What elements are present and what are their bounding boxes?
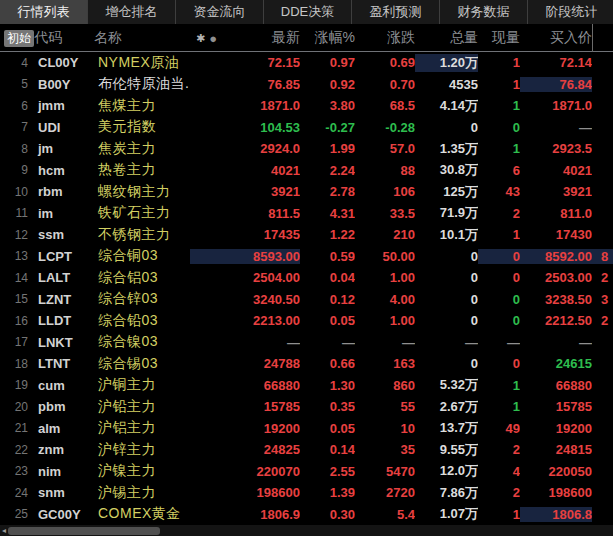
change-cell: 10 [355, 421, 415, 436]
row-number: 14 [0, 271, 34, 285]
init-button[interactable]: 初始 [4, 30, 34, 47]
name-cell: 综合镍03 [94, 333, 190, 351]
scroll-left-arrow-icon[interactable]: ◂ [0, 525, 8, 536]
code-cell: GC00Y [34, 507, 94, 522]
latest-price-cell: 15785 [190, 399, 300, 414]
code-cell: rbm [34, 184, 94, 199]
table-row[interactable]: 8 jm 焦炭主力 2924.0 1.99 57.0 1.35万 1 2923.… [0, 138, 613, 160]
tab-0[interactable]: 行情列表 [0, 0, 88, 24]
row-number: 12 [0, 228, 34, 242]
name-cell: 沪锡主力 [94, 484, 190, 502]
code-cell: im [34, 206, 94, 221]
table-row[interactable]: 20 pbm 沪铅主力 15785 0.35 55 2.67万 1 15785 [0, 396, 613, 418]
tab-5[interactable]: 财务数据 [440, 0, 528, 24]
column-header-current-volume[interactable]: 现量 [478, 29, 520, 47]
market-quotes-window: 行情列表增仓排名资金流向DDE决策盈利预测财务数据阶段统计 初始 代码 名称 最… [0, 0, 613, 536]
code-cell: ssm [34, 227, 94, 242]
tab-1[interactable]: 增仓排名 [88, 0, 176, 24]
change-cell: 55 [355, 399, 415, 414]
change-percent-cell: 0.05 [300, 313, 355, 328]
tab-6[interactable]: 阶段统计 [528, 0, 613, 24]
buy-price-cell: 4021 [520, 163, 592, 178]
buy-price-cell: 3921 [520, 184, 592, 199]
table-row[interactable]: 21 alm 沪铝主力 19200 0.05 10 13.7万 49 19200 [0, 418, 613, 440]
name-cell: 铁矿石主力 [94, 204, 190, 222]
row-number: 21 [0, 421, 34, 435]
latest-price-cell: 17435 [190, 227, 300, 242]
total-volume-cell: — [415, 335, 478, 350]
table-row[interactable]: 13 LCPT 综合铜03 8593.00 0.59 50.00 0 0 859… [0, 246, 613, 268]
code-cell: LCPT [34, 249, 94, 264]
table-row[interactable]: 5 B00Y 布伦特原油当... 76.85 0.92 0.70 4535 1 … [0, 74, 613, 96]
name-cell: 沪铅主力 [94, 398, 190, 416]
change-cell: 35 [355, 442, 415, 457]
total-volume-cell: 1.20万 [415, 54, 478, 72]
quote-rows: 4 CL00Y NYMEX原油 72.15 0.97 0.69 1.20万 1 … [0, 52, 613, 525]
total-volume-cell: 0 [415, 292, 478, 307]
table-row[interactable]: 11 im 铁矿石主力 811.5 4.31 33.5 71.9万 2 811.… [0, 203, 613, 225]
change-percent-cell: 2.55 [300, 464, 355, 479]
code-cell: UDI [34, 120, 94, 135]
tab-4[interactable]: 盈利预测 [352, 0, 440, 24]
change-percent-cell: 2.24 [300, 163, 355, 178]
tab-3[interactable]: DDE决策 [264, 0, 352, 24]
table-row[interactable]: 9 hcm 热卷主力 4021 2.24 88 30.8万 6 4021 [0, 160, 613, 182]
tab-2[interactable]: 资金流向 [176, 0, 264, 24]
current-volume-cell: 6 [478, 163, 520, 178]
next-column-sliver-cell: 3 [592, 292, 613, 307]
scrollbar-thumb[interactable] [8, 527, 160, 535]
column-header-code[interactable]: 代码 [34, 29, 94, 47]
row-number: 4 [0, 56, 34, 70]
current-volume-cell: 2 [478, 206, 520, 221]
buy-price-cell: 66880 [520, 378, 592, 393]
buy-price-cell: 811.0 [520, 206, 592, 221]
current-volume-cell: 2 [478, 485, 520, 500]
change-cell: 1.00 [355, 270, 415, 285]
table-row[interactable]: 12 ssm 不锈钢主力 17435 1.22 210 10.1万 1 1743… [0, 224, 613, 246]
total-volume-cell: 0 [415, 249, 478, 264]
latest-price-cell: 3921 [190, 184, 300, 199]
name-cell: NYMEX原油 [94, 54, 190, 72]
table-row[interactable]: 22 znm 沪锌主力 24825 0.14 35 9.55万 2 24815 [0, 439, 613, 461]
column-header-change-percent[interactable]: 涨幅% [300, 29, 355, 47]
buy-price-cell: 2212.50 [520, 313, 592, 328]
column-header-change[interactable]: 涨跌 [355, 29, 415, 47]
table-row[interactable]: 17 LNKT 综合镍03 — — — — — — [0, 332, 613, 354]
change-percent-cell: 1.30 [300, 378, 355, 393]
row-number: 10 [0, 185, 34, 199]
row-number: 16 [0, 314, 34, 328]
latest-price-cell: 2924.0 [190, 141, 300, 156]
column-header-name[interactable]: 名称 [94, 29, 190, 47]
table-row[interactable]: 23 nim 沪镍主力 220070 2.55 5470 12.0万 4 220… [0, 461, 613, 483]
column-header-buy-price[interactable]: 买入价 [520, 29, 592, 47]
table-row[interactable]: 10 rbm 螺纹钢主力 3921 2.78 106 125万 43 3921 [0, 181, 613, 203]
table-row[interactable]: 15 LZNT 综合锌03 3240.50 0.12 4.00 0 0 3238… [0, 289, 613, 311]
change-percent-cell: 1.39 [300, 485, 355, 500]
row-number: 13 [0, 249, 34, 263]
table-row[interactable]: 6 jmm 焦煤主力 1871.0 3.80 68.5 4.14万 1 1871… [0, 95, 613, 117]
table-row[interactable]: 14 LALT 综合铝03 2504.00 0.04 1.00 0 0 2503… [0, 267, 613, 289]
table-row[interactable]: 7 UDI 美元指数 104.53 -0.27 -0.28 0 0 — [0, 117, 613, 139]
buy-price-cell: 19200 [520, 421, 592, 436]
next-column-sliver-cell: 2 [592, 270, 613, 285]
horizontal-scrollbar[interactable]: ◂ [0, 525, 613, 536]
latest-price-cell: 24788 [190, 356, 300, 371]
code-cell: znm [34, 442, 94, 457]
table-row[interactable]: 25 GC00Y COMEX黄金 1806.9 0.30 5.4 1.07万 1… [0, 504, 613, 526]
table-row[interactable]: 24 snm 沪锡主力 198600 1.39 2720 7.86万 2 198… [0, 482, 613, 504]
table-row[interactable]: 18 LTNT 综合锡03 24788 0.66 163 0 0 24615 [0, 353, 613, 375]
total-volume-cell: 71.9万 [415, 204, 478, 222]
column-header-total-volume[interactable]: 总量 [415, 29, 478, 47]
total-volume-cell: 13.7万 [415, 419, 478, 437]
change-percent-cell: 3.80 [300, 98, 355, 113]
row-number: 9 [0, 163, 34, 177]
row-number: 6 [0, 99, 34, 113]
table-row[interactable]: 19 cum 沪铜主力 66880 1.30 860 5.32万 1 66880 [0, 375, 613, 397]
table-row[interactable]: 16 LLDT 综合铅03 2213.00 0.05 1.00 0 0 2212… [0, 310, 613, 332]
row-number: 25 [0, 507, 34, 521]
latest-price-cell: 1871.0 [190, 98, 300, 113]
buy-price-cell: 15785 [520, 399, 592, 414]
change-cell: 4.00 [355, 292, 415, 307]
table-row[interactable]: 4 CL00Y NYMEX原油 72.15 0.97 0.69 1.20万 1 … [0, 52, 613, 74]
total-volume-cell: 4535 [415, 77, 478, 92]
